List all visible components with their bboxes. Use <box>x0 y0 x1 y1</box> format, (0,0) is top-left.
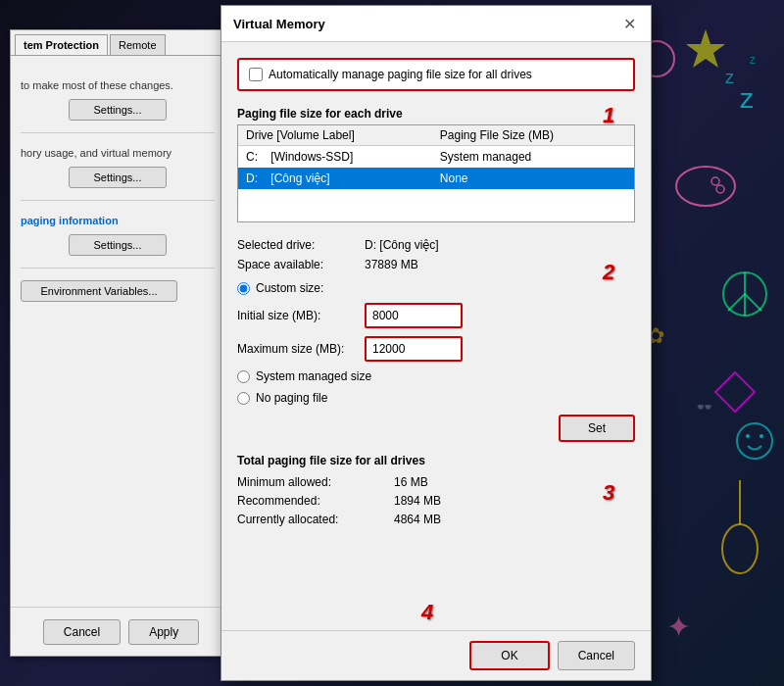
selected-drive-label: Selected drive: <box>237 238 365 252</box>
svg-text:z: z <box>740 83 754 114</box>
svg-point-6 <box>711 177 719 185</box>
svg-point-17 <box>760 434 763 438</box>
svg-point-5 <box>676 167 735 206</box>
custom-size-row: Custom size: <box>237 281 635 295</box>
svg-point-13 <box>722 524 758 573</box>
drive-row-c[interactable]: C: [Windows-SSD] System managed <box>238 146 634 169</box>
cancel-button[interactable]: Cancel <box>558 641 635 670</box>
total-rec-value: 1894 MB <box>394 494 441 508</box>
max-size-label: Maximum size (MB): <box>237 342 365 356</box>
no-paging-row: No paging file <box>237 391 635 405</box>
system-managed-row: System managed size <box>237 369 635 383</box>
custom-size-label[interactable]: Custom size: <box>256 281 323 295</box>
virtual-memory-dialog: Virtual Memory ✕ Automatically manage pa… <box>220 5 652 681</box>
svg-text:✦: ✦ <box>666 611 691 643</box>
drive-table-container: Drive [Volume Label] Paging File Size (M… <box>237 124 635 222</box>
space-available-info: Space available: 37889 MB <box>237 258 635 271</box>
size-options-group: Custom size: Initial size (MB): Maximum … <box>237 281 635 405</box>
sys-bottom-buttons: Cancel Apply <box>11 607 231 656</box>
close-button[interactable]: ✕ <box>619 14 639 33</box>
total-min-value: 16 MB <box>394 475 428 489</box>
auto-manage-container: Automatically manage paging file size fo… <box>237 58 635 91</box>
selected-drive-value: D: [Công việc] <box>365 238 439 252</box>
space-available-value: 37889 MB <box>365 258 418 271</box>
dialog-footer: OK Cancel <box>221 630 651 680</box>
total-alloc-value: 4864 MB <box>394 513 441 526</box>
total-alloc-label: Currently allocated: <box>237 513 394 526</box>
section-2-desc: hory usage, and virtual memory <box>21 147 215 159</box>
dialog-body: Automatically manage paging file size fo… <box>221 42 651 630</box>
svg-line-10 <box>728 294 745 311</box>
drive-c-size: System managed <box>432 146 634 169</box>
section-1-desc: to make most of these changes. <box>21 79 215 91</box>
total-section-title: Total paging file size for all drives <box>237 454 635 467</box>
sys-section-paging: paging information Settings... <box>21 215 215 256</box>
col-size: Paging File Size (MB) <box>432 125 634 146</box>
settings-btn-1[interactable]: Settings... <box>69 99 167 121</box>
initial-size-row: Initial size (MB): <box>237 303 635 328</box>
drive-d-size: None <box>432 168 634 189</box>
auto-manage-checkbox[interactable] <box>249 68 263 81</box>
set-btn-container: Set <box>237 415 635 442</box>
no-paging-label[interactable]: No paging file <box>256 391 327 405</box>
initial-size-label: Initial size (MB): <box>237 309 365 322</box>
svg-text:z: z <box>725 68 734 87</box>
svg-point-15 <box>737 423 772 459</box>
sys-section-1: to make most of these changes. Settings.… <box>21 79 215 121</box>
annotation-2: 2 <box>603 260 614 285</box>
annotation-4: 4 <box>421 600 433 625</box>
env-variables-btn[interactable]: Environment Variables... <box>21 280 177 302</box>
space-available-label: Space available: <box>237 258 365 271</box>
annotation-3: 3 <box>603 480 614 506</box>
settings-btn-2[interactable]: Settings... <box>69 167 167 188</box>
max-size-input[interactable] <box>365 336 463 362</box>
tab-remote[interactable]: Remote <box>110 34 166 55</box>
total-min-row: Minimum allowed: 16 MB <box>237 475 635 489</box>
annotation-1: 1 <box>603 103 614 128</box>
paging-section-label: paging information <box>21 215 215 226</box>
tab-protection[interactable]: tem Protection <box>15 34 108 55</box>
sys-section-2: hory usage, and virtual memory Settings.… <box>21 147 215 188</box>
no-paging-radio[interactable] <box>237 392 250 405</box>
set-button[interactable]: Set <box>559 415 635 442</box>
system-managed-radio[interactable] <box>237 370 250 383</box>
total-alloc-row: Currently allocated: 4864 MB <box>237 513 635 526</box>
svg-text:👓: 👓 <box>696 399 713 416</box>
col-drive: Drive [Volume Label] <box>238 125 432 146</box>
custom-size-radio[interactable] <box>237 282 250 295</box>
sys-cancel-btn[interactable]: Cancel <box>43 619 121 645</box>
total-rec-row: Recommended: 1894 MB <box>237 494 635 508</box>
drive-row-d[interactable]: D: [Công việc] None <box>238 168 634 189</box>
selected-drive-info: Selected drive: D: [Công việc] <box>237 238 635 252</box>
drive-d-label: D: [Công việc] <box>238 168 432 189</box>
auto-manage-label[interactable]: Automatically manage paging file size fo… <box>269 68 532 81</box>
dialog-title: Virtual Memory <box>233 17 325 31</box>
sys-apply-btn[interactable]: Apply <box>128 619 199 645</box>
drive-table: Drive [Volume Label] Paging File Size (M… <box>238 125 634 189</box>
total-min-label: Minimum allowed: <box>237 475 394 489</box>
system-managed-label[interactable]: System managed size <box>256 369 371 383</box>
svg-marker-12 <box>715 372 755 412</box>
svg-marker-1 <box>686 29 725 68</box>
svg-text:z: z <box>750 53 756 67</box>
system-properties-window: tem Protection Remote to make most of th… <box>10 29 225 657</box>
total-rec-label: Recommended: <box>237 494 394 508</box>
svg-line-11 <box>745 294 761 311</box>
paging-section-header: Paging file size for each drive <box>237 107 635 121</box>
dialog-titlebar: Virtual Memory ✕ <box>221 6 651 42</box>
initial-size-input[interactable] <box>365 303 463 328</box>
settings-btn-3[interactable]: Settings... <box>69 234 167 256</box>
drive-c-label: C: [Windows-SSD] <box>238 146 432 169</box>
svg-point-16 <box>746 434 750 438</box>
sys-props-content: to make most of these changes. Settings.… <box>11 56 224 319</box>
svg-point-7 <box>716 185 724 193</box>
max-size-row: Maximum size (MB): <box>237 336 635 362</box>
ok-button[interactable]: OK <box>469 641 549 670</box>
sys-props-tab-bar: tem Protection Remote <box>11 30 224 56</box>
